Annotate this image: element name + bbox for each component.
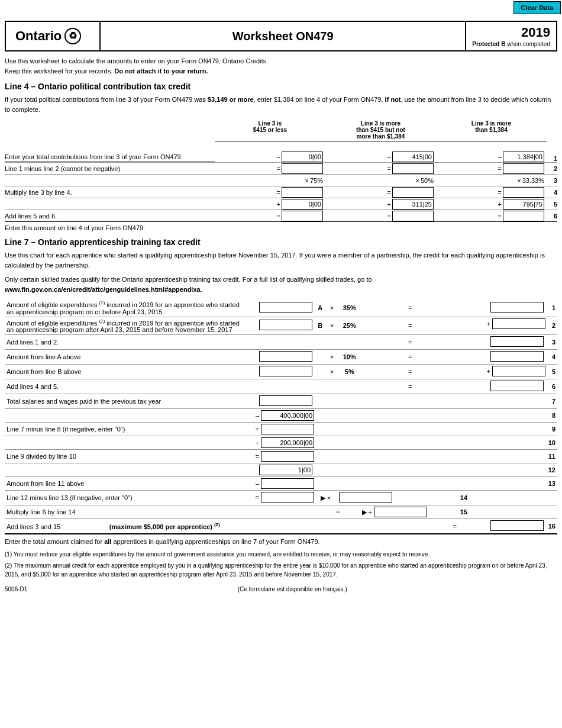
app-pct-b2: 25% xyxy=(337,317,361,335)
app-row-9: Line 7 minus line 8 (if negative, enter … xyxy=(5,423,557,436)
footnotes: (1) You must reduce your eligible expend… xyxy=(5,550,557,579)
col-a-input4[interactable] xyxy=(282,187,323,198)
row2-label: Line 1 minus line 2 (cannot be negative) xyxy=(5,165,215,172)
col-c-input2[interactable] xyxy=(503,163,544,174)
app-row5-label: Amount from line B above xyxy=(5,365,248,379)
col-a-input2[interactable] xyxy=(282,163,323,174)
app-row-2: Amount of eligible expenditures (1) incu… xyxy=(5,317,557,335)
app-input-4-right[interactable] xyxy=(490,351,544,362)
app-arrow-15: ▶ xyxy=(362,508,367,516)
app-rownum-9: 9 xyxy=(545,423,557,436)
app-row-4: Amount from line A above × 10% = 4 xyxy=(5,350,557,365)
app-op-a1: × xyxy=(327,299,337,317)
row4-num: 4 xyxy=(547,189,557,196)
app-div-10: ÷ xyxy=(256,439,259,446)
app-row-7: Total salaries and wages paid in the pre… xyxy=(5,394,557,409)
col-c-input1[interactable]: 1,384|00 xyxy=(503,152,544,162)
app-row4-label: Amount from line A above xyxy=(5,350,248,365)
app-input-11[interactable] xyxy=(261,451,314,462)
col-c-input6[interactable] xyxy=(503,211,544,221)
app-input-8[interactable]: 400,000|00 xyxy=(261,410,314,421)
row6-label: Add lines 5 and 6. xyxy=(5,212,215,220)
app-input-3[interactable] xyxy=(490,336,544,347)
app-op-b2: × xyxy=(327,317,337,335)
col-b-header: Line 3 is morethan $415 but notmore than… xyxy=(325,119,436,141)
app-input-14-right[interactable] xyxy=(339,492,392,502)
line4-title: Line 4 – Ontario political contribution … xyxy=(5,82,557,91)
app-input-7[interactable] xyxy=(259,395,312,406)
row2-num: 2 xyxy=(547,165,557,172)
app-row14-label: Line 12 minus line 13 (if negative, ente… xyxy=(5,491,248,505)
app-rownum-11: 11 xyxy=(545,450,557,463)
line4-row6: Add lines 5 and 6. = = = 6 xyxy=(5,210,557,222)
form-header: Ontario ♻ Worksheet ON479 2019 Protected… xyxy=(5,21,557,51)
col-c-input5[interactable]: 795|75 xyxy=(503,199,544,210)
col-b-input4[interactable] xyxy=(392,187,434,198)
app-rownum-10: 10 xyxy=(545,436,557,450)
app-row1-label: Amount of eligible expenditures (1) incu… xyxy=(5,299,248,317)
app-eq-4: = xyxy=(362,350,458,365)
app-row-16: Add lines 3 and 15 (maximum $5,000 per a… xyxy=(5,519,557,534)
form-number: 5006-D1 xyxy=(5,586,27,592)
line7-desc1: Use this chart for each apprentice who s… xyxy=(5,250,557,270)
col-a-input1[interactable]: 0|00 xyxy=(282,152,323,162)
app-plus-5: + xyxy=(487,368,490,375)
col-b-input1[interactable]: 415|00 xyxy=(392,152,434,162)
col-a-input5[interactable]: 0|00 xyxy=(282,199,323,210)
form-footer: 5006-D1 (Ce formulaire est disponible en… xyxy=(5,584,557,592)
app-row-10: ÷ 200,000|00 10 xyxy=(5,436,557,450)
app-rownum-2: 2 xyxy=(545,317,557,335)
footnote-1: (1) You must reduce your eligible expend… xyxy=(5,550,557,559)
app-rownum-13: 13 xyxy=(545,477,557,491)
app-input-15[interactable] xyxy=(374,507,427,517)
app-input-16[interactable] xyxy=(490,520,544,531)
app-pct-a1: 35% xyxy=(337,299,361,317)
app-input-a1-right[interactable] xyxy=(490,302,544,313)
app-input-6[interactable] xyxy=(490,381,544,391)
col-b-input6[interactable] xyxy=(392,211,434,221)
app-rownum-7: 7 xyxy=(545,394,557,409)
app-input-14-left[interactable] xyxy=(261,492,314,502)
app-row9-label: Line 7 minus line 8 (if negative, enter … xyxy=(5,423,248,436)
app-input-a1-left[interactable] xyxy=(259,302,312,313)
app-row3-label: Add lines 1 and 2. xyxy=(5,335,248,350)
app-input-9[interactable] xyxy=(261,424,314,434)
app-op-5: × xyxy=(327,365,337,379)
form-content: Use this worksheet to calculate the amou… xyxy=(5,56,557,579)
app-input-10[interactable]: 200,000|00 xyxy=(261,437,314,448)
app-input-4-left[interactable] xyxy=(259,351,312,362)
app-row-1: Amount of eligible expenditures (1) incu… xyxy=(5,299,557,317)
app-input-13[interactable] xyxy=(261,478,314,489)
app-row-8: – 400,000|00 8 xyxy=(5,409,557,423)
col-c-input4[interactable] xyxy=(503,187,544,198)
col-c-op1: – xyxy=(498,153,502,160)
app-row-15: Multiply line 6 by line 14 = ▶ + 15 xyxy=(5,505,557,519)
app-row7-label: Total salaries and wages paid in the pre… xyxy=(5,394,248,409)
col-b-input5[interactable]: 311|25 xyxy=(392,199,434,210)
app-input-12[interactable]: 1|00 xyxy=(259,465,312,475)
app-label-A: A xyxy=(314,299,327,317)
app-eq-a1: = xyxy=(362,299,458,317)
col-a-input6[interactable] xyxy=(282,211,323,221)
app-minus-8: – xyxy=(256,412,259,419)
col-b-input2[interactable] xyxy=(392,163,434,174)
app-input-b2-right[interactable] xyxy=(492,318,545,329)
app-rownum-8: 8 xyxy=(545,409,557,423)
line7-desc2: Only certain skilled trades qualify for … xyxy=(5,275,557,294)
row3-num: 3 xyxy=(547,177,557,184)
line4-row5: + 0|00 + 311|25 + 795|75 xyxy=(5,198,557,210)
app-row2-label: Amount of eligible expenditures (1) incu… xyxy=(5,317,248,335)
row4-label: Multiply line 3 by line 4. xyxy=(5,189,215,196)
col-c-header: Line 3 is morethan $1,384 xyxy=(436,119,547,141)
line4-row1: Enter your total contributions from line… xyxy=(5,143,557,163)
app-input-b2-left[interactable] xyxy=(259,320,312,330)
app-input-5-right[interactable] xyxy=(492,366,545,376)
app-label-B: B xyxy=(314,317,327,335)
line4-row4: Multiply line 3 by line 4. = = = 4 xyxy=(5,186,557,198)
app-rownum-15: 15 xyxy=(458,505,545,519)
app-arrow-14: ▶ xyxy=(321,494,325,501)
app-input-5-left[interactable] xyxy=(259,366,312,376)
french-note: (Ce formulaire est disponible en françai… xyxy=(238,586,347,592)
clear-data-button[interactable]: Clear Data xyxy=(513,1,561,14)
intro-line1: Use this worksheet to calculate the amou… xyxy=(5,56,557,66)
